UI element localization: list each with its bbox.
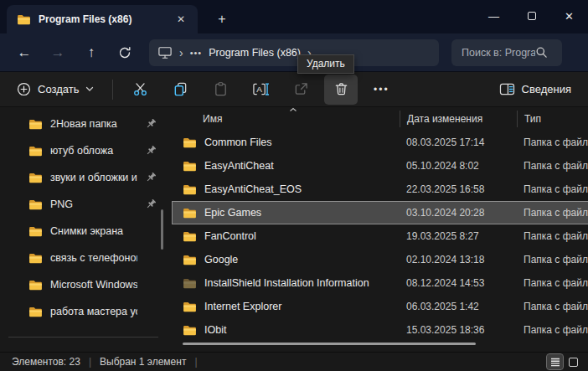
new-button[interactable]: Создать: [8, 75, 102, 104]
details-pane-button[interactable]: Сведения: [494, 75, 576, 104]
file-list: Имя Дата изменения Тип Common Files 08.0…: [172, 107, 588, 352]
list-view-icon: [550, 358, 560, 367]
file-date: 08.03.2025 17:14: [399, 137, 516, 148]
file-explorer-window: Program Files (x86) ✕ + — ✕ ← → ↑ › •••: [0, 0, 588, 371]
search-box[interactable]: Поиск в: Program Files (x86): [451, 39, 562, 66]
folder-icon: [28, 252, 43, 265]
cut-icon: [132, 81, 148, 97]
horizontal-scrollbar[interactable]: [183, 343, 476, 345]
breadcrumb-ellipsis[interactable]: •••: [190, 48, 203, 58]
close-button[interactable]: ✕: [550, 0, 588, 32]
file-date: 08.12.2024 14:53: [399, 277, 516, 289]
pin-icon: [145, 172, 157, 183]
column-header-type[interactable]: Тип: [517, 111, 588, 127]
folder-icon: [28, 198, 43, 211]
sidebar-item-label: Microsoft Windows App: [50, 279, 137, 291]
titlebar: Program Files (x86) ✕ + — ✕: [0, 0, 588, 33]
sidebar-item-label: звуки и обложки ико: [50, 172, 137, 183]
table-row[interactable]: Epic Games 03.10.2024 20:28 Папка с файл…: [172, 201, 588, 224]
file-type: Папка с файлами: [516, 254, 588, 265]
table-row[interactable]: EasyAntiCheat 05.10.2024 8:02 Папка с фа…: [172, 154, 588, 178]
sidebar-item-6[interactable]: Microsoft Windows App: [3, 271, 168, 298]
sidebar-item-label: работа мастера устано: [50, 306, 137, 317]
delete-button[interactable]: [324, 75, 358, 105]
more-options-button[interactable]: •••: [364, 75, 398, 105]
icons-view-button[interactable]: [565, 354, 581, 369]
sidebar-item-3[interactable]: PNG: [3, 191, 168, 218]
new-tab-button[interactable]: +: [211, 8, 233, 30]
folder-icon: [183, 183, 197, 196]
file-name: EasyAntiCheat_EOS: [204, 183, 302, 195]
file-name: Internet Explorer: [204, 301, 281, 312]
folder-icon: [183, 301, 197, 313]
breadcrumb-path[interactable]: Program Files (x86): [209, 47, 301, 59]
file-name: IObit: [204, 324, 226, 336]
folder-icon: [183, 277, 197, 290]
breadcrumb[interactable]: › ••• Program Files (x86) ›: [149, 39, 439, 66]
file-date: 22.03.2025 16:58: [399, 183, 516, 195]
sidebar-item-4[interactable]: Снимки экрана: [3, 218, 168, 245]
sidebar-item-label: PNG: [50, 198, 137, 210]
pin-icon: [145, 145, 157, 157]
paste-button[interactable]: [204, 75, 237, 105]
pin-icon: [145, 118, 157, 130]
forward-button[interactable]: →: [44, 39, 72, 66]
selection-count: Выбран 1 элемент: [100, 356, 186, 368]
refresh-icon: [118, 46, 132, 59]
folder-icon: [28, 306, 43, 318]
chevron-down-icon: [85, 86, 94, 92]
sidebar-item-1[interactable]: ютуб обложа: [3, 137, 168, 164]
file-date: 06.03.2025 1:42: [399, 301, 516, 312]
paste-icon: [213, 81, 229, 97]
sidebar-item-2[interactable]: звуки и обложки ико: [3, 164, 168, 191]
refresh-button[interactable]: [111, 39, 139, 66]
file-type: Папка с файлами: [516, 301, 588, 312]
sidebar-item-label: связь с телефоном: [50, 252, 137, 264]
sidebar-item-0[interactable]: 2Новая папка: [3, 111, 168, 137]
file-date: 03.10.2024 20:28: [399, 207, 516, 219]
file-type: Папка с файлами: [516, 160, 588, 172]
tab-program-files[interactable]: Program Files (x86) ✕: [7, 5, 198, 33]
this-pc-icon: [157, 46, 173, 59]
table-row[interactable]: InstallShield Installation Information 0…: [172, 271, 588, 295]
ellipsis-icon: •••: [374, 84, 389, 95]
column-header-name[interactable]: Имя: [172, 113, 400, 125]
folder-icon: [183, 324, 197, 337]
file-type: Папка с файлами: [516, 207, 588, 219]
column-header-date[interactable]: Дата изменения: [400, 111, 517, 127]
sidebar-scrollbar[interactable]: [161, 209, 163, 250]
up-button[interactable]: ↑: [77, 39, 106, 66]
copy-button[interactable]: [163, 75, 197, 105]
svg-text:A: A: [257, 85, 263, 94]
details-view-button[interactable]: [547, 354, 563, 369]
minimize-button[interactable]: —: [475, 0, 513, 32]
column-headers: Имя Дата изменения Тип: [172, 107, 588, 131]
share-button[interactable]: [284, 75, 317, 105]
table-row[interactable]: FanControl 19.03.2025 8:27 Папка с файла…: [172, 224, 588, 248]
details-pane-label: Сведения: [522, 83, 571, 95]
folder-icon: [28, 172, 43, 184]
table-row[interactable]: Common Files 08.03.2025 17:14 Папка с фа…: [172, 131, 588, 154]
maximize-button[interactable]: [513, 0, 550, 32]
delete-tooltip: Удалить: [297, 54, 354, 74]
search-input[interactable]: Поиск в: Program Files (x86): [462, 47, 535, 59]
table-row[interactable]: EasyAntiCheat_EOS 22.03.2025 16:58 Папка…: [172, 178, 588, 201]
tab-title: Program Files (x86): [39, 13, 165, 25]
table-row[interactable]: IObit 15.03.2025 18:36 Папка с файлами: [172, 318, 588, 342]
sidebar-item-5[interactable]: связь с телефоном: [3, 245, 168, 271]
file-name: InstallShield Installation Information: [204, 277, 369, 289]
cut-button[interactable]: [123, 75, 157, 105]
back-button[interactable]: ←: [10, 39, 39, 66]
rename-button[interactable]: A: [244, 75, 277, 105]
folder-icon: [17, 13, 31, 26]
table-row[interactable]: Google 02.10.2024 13:18 Папка с файлами: [172, 248, 588, 271]
tab-close-icon[interactable]: ✕: [173, 11, 189, 28]
table-row[interactable]: Internet Explorer 06.03.2025 1:42 Папка …: [172, 295, 588, 318]
file-type: Папка с файлами: [516, 324, 588, 336]
file-type: Папка с файлами: [516, 277, 588, 289]
file-name: FanControl: [204, 230, 256, 242]
folder-icon: [28, 145, 43, 157]
sort-ascending-icon: [289, 107, 297, 112]
sidebar-item-7[interactable]: работа мастера устано: [3, 298, 168, 325]
chevron-right-icon: ›: [179, 46, 183, 59]
